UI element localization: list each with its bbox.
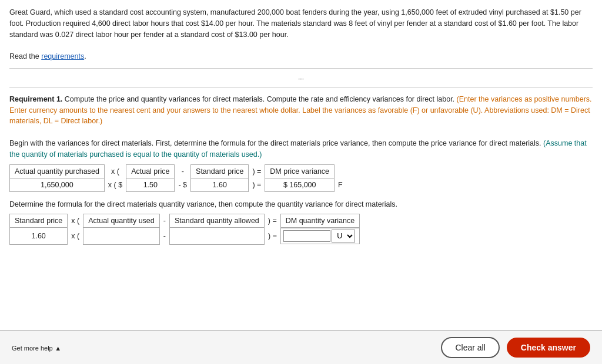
qv-op3-value: ) = [264,228,280,245]
qv-header-op1: x ( [68,214,83,228]
qv-header-op3: ) = [264,214,280,228]
pv-op2-value: - $ [175,178,191,192]
qv-header-aqu: Actual quantity used [83,214,160,228]
qv-header-op2: - [159,214,169,228]
get-more-help-label: Get more help [12,345,53,352]
problem-description: Great Guard, which used a standard cost … [9,7,593,40]
clear-all-button[interactable]: Clear all [441,337,499,358]
main-content: Great Guard, which used a standard cost … [0,0,602,331]
get-more-help-button[interactable]: Get more help ▲ [12,343,61,352]
qv-sp-value: 1.60 [10,228,68,245]
get-more-help-arrow: ▲ [55,345,61,352]
qv-header-dmqv: DM quantity variance [280,214,359,228]
qty-variance-label: Determine the formula for the direct mat… [9,199,593,210]
pv-header-dmv: DM price variance [265,165,335,178]
pv-header-op3: ) = [249,165,265,178]
pv-sp-value: 1.60 [191,178,249,192]
pv-header-op2: - [175,165,191,178]
pv-header-ap: Actual price [126,165,175,178]
qty-variance-table: Standard price x ( Actual quantity used … [9,214,360,245]
read-requirements: Read the requirements. [9,51,593,62]
requirement-number: Requirement 1. [9,95,62,103]
qv-sqa-input[interactable] [188,231,246,241]
pv-aqp-value: 1,650,000 [10,178,105,192]
footer-buttons: Clear all Check answer [441,337,590,358]
dots-separator: ··· [9,75,593,88]
pv-op3-value: ) = [249,178,265,192]
pv-header-op1: x ( [104,165,126,178]
pv-dmv-value: $ 165,000 [265,178,335,192]
qv-variance-select[interactable]: U F [332,230,355,242]
qv-result-input[interactable] [283,230,330,242]
price-variance-table: Actual quantity purchased x ( Actual pri… [9,164,346,192]
pv-fav-label: F [335,178,346,192]
qv-op2-value: - [159,228,169,245]
qv-header-sqa: Standard quantity allowed [169,214,264,228]
requirements-link[interactable]: requirements [41,52,84,60]
qv-aqu-input[interactable] [92,231,150,241]
qv-header-sp: Standard price [10,214,68,228]
pv-ap-value: 1.50 [126,178,175,192]
pv-header-sp: Standard price [191,165,249,178]
qv-op1-value: x ( [68,228,83,245]
pv-op1-value: x ( $ [104,178,126,192]
problem-text: Great Guard, which used a standard cost … [9,7,593,69]
check-answer-button[interactable]: Check answer [507,338,590,358]
requirement-main-text: Compute the price and quantity variances… [65,95,454,103]
requirement-header: Requirement 1. Compute the price and qua… [9,94,593,160]
requirement-begin-text: Begin with the variances for direct mate… [9,139,541,147]
pv-header-aqp: Actual quantity purchased [10,165,105,178]
footer-bar: Get more help ▲ Clear all Check answer [0,331,602,364]
requirement-section: Requirement 1. Compute the price and qua… [9,94,593,245]
